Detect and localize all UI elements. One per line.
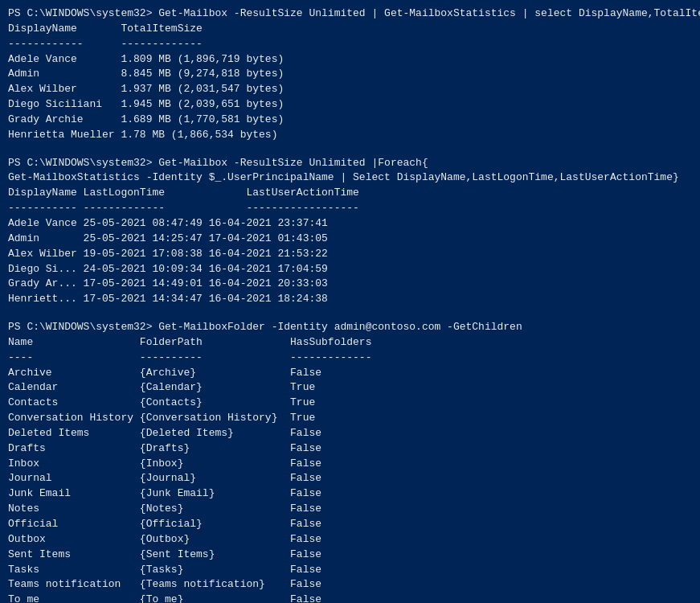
block-1: PS C:\WINDOWS\system32> Get-Mailbox -Res… xyxy=(8,6,692,143)
block-2: PS C:\WINDOWS\system32> Get-Mailbox -Res… xyxy=(8,156,692,307)
output-2: DisplayName LastLogonTime LastUserAction… xyxy=(8,186,692,307)
terminal-container: PS C:\WINDOWS\system32> Get-Mailbox -Res… xyxy=(8,6,692,603)
prompt-3[interactable]: PS C:\WINDOWS\system32> Get-MailboxFolde… xyxy=(8,320,692,335)
prompt-1[interactable]: PS C:\WINDOWS\system32> Get-Mailbox -Res… xyxy=(8,6,692,22)
output-1: DisplayName TotalItemSize ------------ -… xyxy=(8,22,692,143)
output-3: Name FolderPath HasSubfolders ---- -----… xyxy=(8,335,692,603)
prompt-2[interactable]: PS C:\WINDOWS\system32> Get-Mailbox -Res… xyxy=(8,156,692,187)
block-3: PS C:\WINDOWS\system32> Get-MailboxFolde… xyxy=(8,320,692,603)
